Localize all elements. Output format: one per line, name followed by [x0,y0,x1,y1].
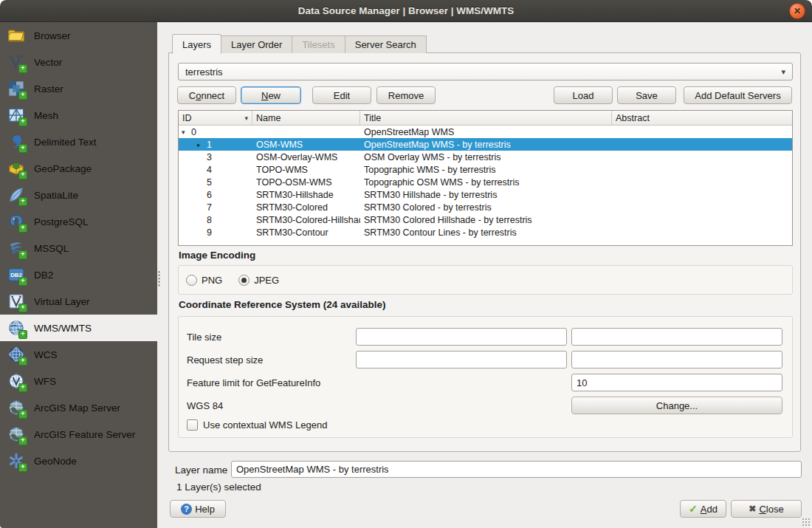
table-row[interactable]: ▸6SRTM30-HillshadeSRTM30 Hillshade - by … [179,188,792,201]
add-plus-badge-icon: + [18,250,27,259]
request-step-label: Request step size [187,351,263,368]
layers-tab-panel: terrestris ▾ ConnectNewEditRemoveLoadSav… [168,52,801,452]
radio-option-jpeg[interactable]: JPEG [238,275,279,286]
source-type-sidebar: Browser+Vector+Raster+Mesh+Delimited Tex… [0,22,157,528]
tab-label: Tilesets [302,39,334,50]
splitter-handle[interactable] [158,270,160,287]
cell-id: ▾0 [179,127,252,137]
sidebar-item-vector[interactable]: +Vector [0,49,157,75]
sidebar-item-geopackage[interactable]: +GeoPackage [0,155,157,182]
tab-layers[interactable]: Layers [172,34,221,54]
tab-layer-order[interactable]: Layer Order [221,35,292,53]
sidebar-item-spatialite[interactable]: +SpatiaLite [0,182,157,208]
sidebar-item-label: ArcGIS Feature Server [34,429,135,440]
feature-limit-input[interactable] [571,374,782,391]
add-default-servers-button[interactable]: Add Default Servers [684,86,792,104]
layer-name-input[interactable] [231,461,802,478]
close-button[interactable]: ✖ Close [731,500,802,518]
radio-label: PNG [202,275,222,286]
cell-id-value: 5 [207,177,212,188]
sidebar-item-label: GeoNode [34,456,77,467]
new-button[interactable]: New [241,86,301,104]
column-header-name[interactable]: Name [252,111,360,125]
tab-server-search[interactable]: Server Search [345,35,427,53]
sidebar-item-virtual-layer[interactable]: +Virtual Layer [0,288,157,315]
table-row[interactable]: ▸3OSM-Overlay-WMSOSM Overlay WMS - by te… [179,151,792,163]
cell-id-value: 0 [191,127,196,137]
add-button[interactable]: ✓ Add [680,500,726,518]
sidebar-item-wcs[interactable]: +WCS [0,341,157,368]
expander-open-icon[interactable]: ▾ [182,128,191,136]
sidebar-item-mesh[interactable]: +Mesh [0,102,157,128]
sidebar-item-label: WMS/WMTS [34,323,92,334]
add-plus-badge-icon: + [18,91,27,100]
add-plus-badge-icon: + [18,171,27,179]
titlebar[interactable]: Data Source Manager | Browser | WMS/WMTS… [0,0,812,22]
sidebar-item-label: MSSQL [34,243,69,254]
request-step-width-input[interactable] [356,351,567,368]
contextual-legend-checkbox[interactable]: Use contextual WMS Legend [187,419,327,431]
table-row[interactable]: ▸1OSM-WMSOpenStreetMap WMS - by terrestr… [179,138,792,151]
tile-size-label: Tile size [187,328,221,346]
crs-section-label: Coordinate Reference System (24 availabl… [179,299,386,310]
sidebar-item-label: Mesh [34,110,58,121]
edit-button[interactable]: Edit [312,86,371,104]
table-row[interactable]: ▸9SRTM30-ContourSRTM30 Contour Lines - b… [179,226,792,239]
column-header-label: ID [182,113,192,123]
selected-crs-label: WGS 84 [187,397,223,414]
request-step-height-input[interactable] [571,351,782,368]
cell-title: OpenStreetMap WMS - by terrestris [360,140,612,150]
table-row[interactable]: ▾0OpenStreetMap WMS [179,126,792,138]
sidebar-item-label: SpatiaLite [34,190,78,201]
connect-button[interactable]: Connect [177,86,236,104]
sidebar-item-raster[interactable]: +Raster [0,75,157,102]
sidebar-item-geonode[interactable]: +GeoNode [0,448,157,474]
sidebar-item-postgresql[interactable]: +PostgreSQL [0,208,157,235]
column-header-label: Title [364,113,381,123]
data-source-manager-window: Data Source Manager | Browser | WMS/WMTS… [0,0,812,528]
sidebar-item-arcgis-feature-server[interactable]: +ArcGIS Feature Server [0,421,157,448]
resize-grip[interactable] [802,518,810,526]
help-button[interactable]: ? Help [170,500,226,518]
sidebar-item-arcgis-map-server[interactable]: +ArcGIS Map Server [0,394,157,421]
load-button[interactable]: Load [554,86,613,104]
cell-id-value: 6 [207,190,212,200]
server-connection-select[interactable]: terrestris ▾ [178,63,793,80]
sidebar-item-delimited-text[interactable]: +Delimited Text [0,128,157,155]
table-row[interactable]: ▸4TOPO-WMSTopographic WMS - by terrestri… [179,163,792,176]
cell-name: SRTM30-Hillshade [252,190,360,200]
sidebar-item-wms-wmts[interactable]: +WMS/WMTS [0,315,157,341]
remove-button[interactable]: Remove [376,86,436,104]
sidebar-item-db2[interactable]: DB2+DB2 [0,261,157,288]
button-label: Remove [388,90,424,101]
close-x-icon: ✖ [749,504,756,514]
sidebar-item-wfs[interactable]: +WFS [0,368,157,394]
column-header-abstract[interactable]: Abstract [612,111,792,125]
window-close-button[interactable]: ✕ [789,3,805,19]
sidebar-item-browser[interactable]: Browser [0,22,157,49]
change-crs-button[interactable]: Change... [571,397,782,414]
cell-name: TOPO-WMS [252,165,360,175]
column-header-title[interactable]: Title [360,111,612,125]
button-label: New [261,90,281,101]
tile-height-input[interactable] [571,328,782,346]
cell-title: SRTM30 Hillshade - by terrestris [360,190,612,200]
sidebar-item-mssql[interactable]: +MSSQL [0,235,157,261]
table-row[interactable]: ▸5TOPO-OSM-WMSTopographic OSM WMS - by t… [179,176,792,188]
spatialite-icon: + [7,186,25,204]
tile-width-input[interactable] [356,328,567,346]
cell-id-value: 1 [207,140,212,150]
table-row[interactable]: ▸8SRTM30-Colored-HillshadeSRTM30 Colored… [179,213,792,226]
cell-name: TOPO-OSM-WMS [252,177,360,188]
table-body: ▾0OpenStreetMap WMS▸1OSM-WMSOpenStreetMa… [179,126,792,239]
sidebar-item-label: ArcGIS Map Server [34,402,120,414]
radio-option-png[interactable]: PNG [186,275,222,286]
table-row[interactable]: ▸7SRTM30-ColoredSRTM30 Colored - by terr… [179,201,792,213]
column-header-id[interactable]: ID▾ [179,111,252,125]
cell-title: OSM Overlay WMS - by terrestris [360,152,612,162]
save-button[interactable]: Save [617,86,676,104]
sidebar-item-label: DB2 [34,270,53,281]
geopackage-icon: + [7,160,25,177]
cell-id: ▸8 [179,215,252,225]
expander-closed-icon[interactable]: ▸ [197,141,207,148]
